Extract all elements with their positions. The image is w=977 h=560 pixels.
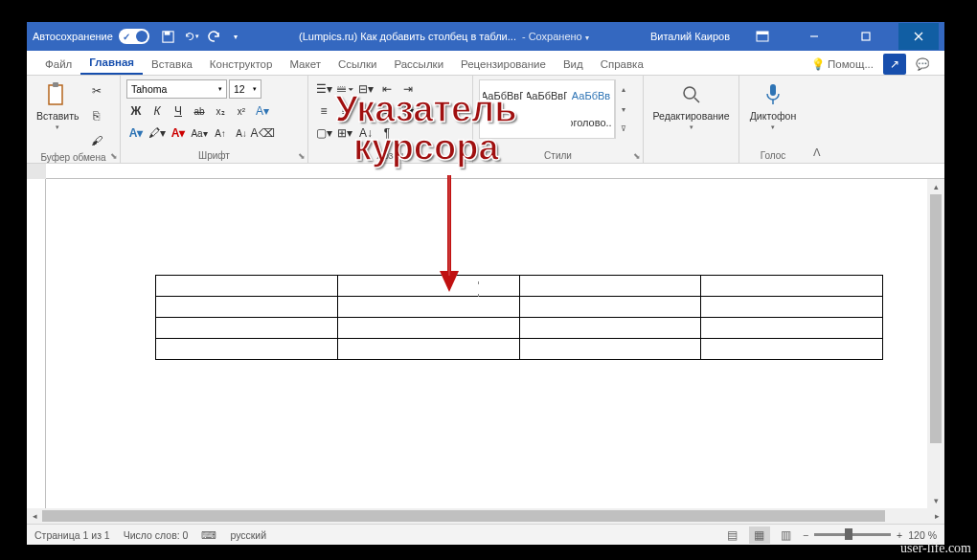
horizontal-scrollbar[interactable]: ◂ ▸: [27, 508, 944, 524]
svg-rect-9: [53, 82, 58, 87]
font-selector[interactable]: Tahoma▾: [126, 79, 227, 99]
print-view-icon[interactable]: ▦: [749, 526, 770, 544]
vertical-scrollbar[interactable]: ▴ ▾: [927, 179, 944, 508]
cut-icon[interactable]: ✂: [87, 81, 106, 101]
bullets-button[interactable]: ☰▾: [314, 79, 333, 99]
style-nospacing[interactable]: АаБбВвГ: [526, 82, 568, 109]
language-status[interactable]: русский: [230, 529, 266, 541]
tab-layout[interactable]: Макет: [281, 54, 329, 75]
grow-font-button[interactable]: A↑: [211, 123, 230, 143]
tab-references[interactable]: Ссылки: [329, 54, 386, 75]
font-launcher[interactable]: ⬊: [298, 151, 306, 161]
size-selector[interactable]: 12▾: [229, 79, 261, 99]
font-color-2[interactable]: A▾: [126, 123, 146, 143]
tab-insert[interactable]: Вставка: [143, 54, 201, 75]
paste-button[interactable]: Вставить ▾: [33, 79, 83, 133]
multilevel-button[interactable]: ⊟▾: [356, 79, 375, 99]
help-button[interactable]: 💡 Помощ...: [806, 55, 879, 74]
borders-button[interactable]: ⊞▾: [335, 123, 354, 143]
strike-button[interactable]: ab: [190, 101, 209, 121]
editing-button[interactable]: Редактирование ▾: [649, 79, 734, 133]
tab-file[interactable]: Файл: [36, 54, 80, 75]
tab-home[interactable]: Главная: [80, 52, 143, 75]
zoom-slider[interactable]: [814, 533, 891, 536]
align-center[interactable]: ≡: [335, 101, 354, 121]
maximize-button[interactable]: [847, 23, 885, 50]
scroll-up-icon[interactable]: ▴: [927, 179, 944, 194]
paragraph-launcher[interactable]: ⬊: [463, 151, 470, 161]
close-button[interactable]: [898, 23, 939, 50]
copy-icon[interactable]: ⎘: [87, 106, 106, 125]
ribbon-mode-icon[interactable]: [743, 23, 782, 50]
numbering-button[interactable]: ⩸▾: [335, 79, 354, 99]
change-case-button[interactable]: Aa▾: [190, 123, 209, 143]
shrink-font-button[interactable]: A↓: [232, 123, 251, 143]
minimize-button[interactable]: [795, 23, 833, 50]
saved-status[interactable]: Сохранено: [529, 31, 582, 42]
sort-button[interactable]: A↓: [356, 123, 375, 143]
align-left[interactable]: ≡: [314, 101, 333, 121]
quick-access-toolbar: ▾ ▾: [161, 29, 238, 44]
tab-view[interactable]: Вид: [555, 54, 592, 75]
clipboard-label: Буфер обмена: [33, 150, 114, 165]
undo-icon[interactable]: ▾: [184, 29, 199, 44]
redo-icon[interactable]: [207, 29, 222, 44]
clear-format-button[interactable]: A⌫: [253, 123, 272, 143]
vertical-ruler[interactable]: [27, 179, 46, 508]
style-heading[interactable]: АаБбВв: [570, 82, 612, 109]
show-marks[interactable]: ¶: [377, 123, 397, 143]
word-count[interactable]: Число слов: 0: [124, 529, 189, 541]
tab-design[interactable]: Конструктор: [201, 54, 282, 75]
spellcheck-icon[interactable]: ⌨: [201, 529, 216, 541]
autosave-toggle[interactable]: ✓: [119, 29, 149, 44]
bold-button[interactable]: Ж: [126, 101, 146, 121]
superscript-button[interactable]: x²: [232, 101, 251, 121]
subscript-button[interactable]: x₂: [211, 101, 230, 121]
collapse-ribbon[interactable]: ᐱ: [813, 146, 821, 159]
underline-button[interactable]: Ч: [169, 101, 188, 121]
zoom-out[interactable]: −: [803, 529, 808, 541]
styles-gallery[interactable]: АаБбВвГ АаБбВвГ АаБбВв оголово...: [479, 79, 615, 139]
tab-mailings[interactable]: Рассылки: [385, 54, 452, 75]
increase-indent[interactable]: ⇥: [398, 79, 418, 99]
comments-button[interactable]: 💬: [910, 55, 935, 74]
highlight-button[interactable]: 🖍▾: [148, 123, 167, 143]
scroll-left-icon[interactable]: ◂: [27, 511, 42, 521]
shading-button[interactable]: ▢▾: [314, 123, 333, 143]
align-right[interactable]: ≡: [356, 101, 375, 121]
styles-launcher[interactable]: ⬊: [633, 151, 641, 161]
scroll-thumb-h[interactable]: [42, 510, 885, 522]
font-color-button[interactable]: A▾: [169, 123, 188, 143]
dictate-button[interactable]: Диктофон ▾: [746, 79, 801, 133]
italic-button[interactable]: К: [148, 101, 167, 121]
user-name[interactable]: Виталий Каиров: [650, 31, 730, 42]
tab-help[interactable]: Справка: [592, 54, 652, 75]
horizontal-ruler[interactable]: [46, 164, 944, 179]
focus-view-icon[interactable]: ▤: [722, 526, 743, 544]
scroll-down-icon[interactable]: ▾: [927, 493, 944, 508]
search-icon: [678, 81, 705, 108]
styles-more[interactable]: ▴▾⊽: [615, 79, 630, 139]
scroll-thumb[interactable]: [930, 194, 942, 443]
page-status[interactable]: Страница 1 из 1: [34, 529, 110, 541]
mic-icon: [760, 81, 786, 108]
style-normal[interactable]: АаБбВвГ: [482, 82, 524, 109]
zoom-in[interactable]: +: [897, 529, 902, 541]
paragraph-label: Абзац: [314, 148, 466, 163]
scroll-right-icon[interactable]: ▸: [929, 511, 944, 521]
save-icon[interactable]: [161, 29, 176, 44]
text-effects-button[interactable]: A▾: [253, 101, 272, 121]
share-button[interactable]: ↗: [883, 54, 906, 75]
zoom-level[interactable]: 120 %: [908, 529, 937, 541]
justify[interactable]: ≡: [377, 101, 397, 121]
svg-rect-1: [165, 31, 170, 34]
page[interactable]: [46, 179, 927, 508]
clipboard-launcher[interactable]: ⬊: [110, 151, 118, 161]
document-table[interactable]: [155, 275, 883, 360]
web-view-icon[interactable]: ▥: [776, 526, 797, 544]
line-spacing[interactable]: ‡▾: [398, 101, 418, 121]
format-painter-icon[interactable]: 🖌: [87, 131, 106, 150]
tab-review[interactable]: Рецензирование: [452, 54, 555, 75]
decrease-indent[interactable]: ⇤: [377, 79, 397, 99]
group-editing: Редактирование ▾: [644, 76, 739, 163]
